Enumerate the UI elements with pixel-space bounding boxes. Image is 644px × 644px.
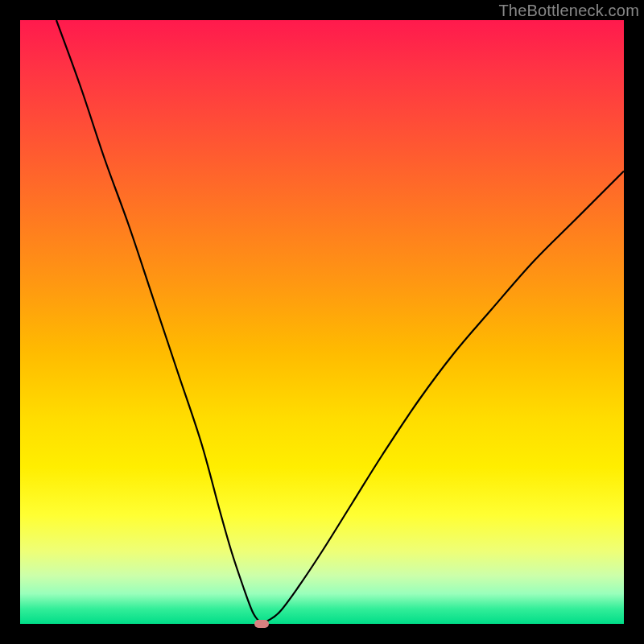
bottleneck-curve bbox=[20, 20, 624, 624]
watermark-text: TheBottleneck.com bbox=[498, 2, 639, 20]
chart-container: TheBottleneck.com bbox=[0, 0, 644, 644]
minimum-marker bbox=[254, 620, 269, 628]
plot-area bbox=[20, 20, 624, 624]
